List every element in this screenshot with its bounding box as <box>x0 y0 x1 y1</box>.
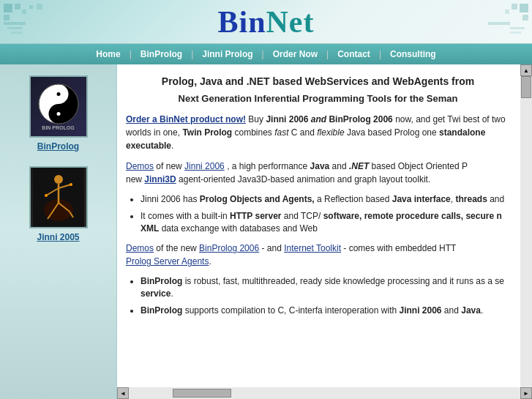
svg-rect-14 <box>510 27 525 29</box>
svg-point-33 <box>70 183 72 186</box>
nav-contact[interactable]: Contact <box>329 49 379 59</box>
header-deco-left <box>4 4 48 44</box>
sidebar-jinni-label: Jinni 2005 <box>37 232 79 242</box>
svg-rect-9 <box>520 4 528 12</box>
main-layout: BIN PROLOG BinProlog <box>0 64 532 399</box>
nav-order[interactable]: Order Now <box>264 49 326 59</box>
jinni-figure-icon <box>33 166 84 228</box>
vertical-scrollbar: ▲ ▼ <box>520 64 532 399</box>
horizontal-scrollbar: ◄ ► <box>117 387 532 399</box>
svg-point-20 <box>56 112 60 116</box>
sidebar-item-binprolog[interactable]: BIN PROLOG BinProlog <box>29 75 88 152</box>
scroll-thumb[interactable] <box>521 76 531 98</box>
binprolog2006-link[interactable]: BinProlog 2006 <box>199 243 259 253</box>
jinni2006-link[interactable]: Jinni 2006 <box>184 161 225 171</box>
page-title: Prolog, Java and .NET based WebServices … <box>126 75 510 87</box>
binprolog-small-label: BIN PROLOG <box>42 125 74 130</box>
demos-link[interactable]: Demos <box>126 161 154 171</box>
svg-rect-7 <box>29 5 33 9</box>
sidebar: BIN PROLOG BinProlog <box>0 64 117 399</box>
scroll-left-button[interactable]: ◄ <box>117 387 129 399</box>
nav-consulting[interactable]: Consulting <box>381 49 445 59</box>
nav-home[interactable]: Home <box>87 49 129 59</box>
jinni-logo-box <box>29 166 88 228</box>
bullet-item-binprolog1: BinProlog is robust, fast, multithreaded… <box>141 275 510 300</box>
sidebar-item-jinni[interactable]: Jinni 2005 <box>29 166 88 242</box>
svg-rect-0 <box>4 4 12 12</box>
svg-rect-15 <box>510 31 521 34</box>
svg-rect-11 <box>522 15 528 20</box>
svg-point-32 <box>45 194 48 197</box>
yin-yang-icon <box>37 83 80 125</box>
content-area: Prolog, Java and .NET based WebServices … <box>117 64 532 399</box>
nav-jinni[interactable]: Jinni Prolog <box>193 49 261 59</box>
logo-bin: Bin <box>217 5 266 39</box>
scroll-track[interactable] <box>520 76 532 387</box>
navbar: Home | BinProlog | Jinni Prolog | Order … <box>0 44 532 64</box>
svg-point-19 <box>56 92 60 96</box>
header: BinNet <box>0 0 532 44</box>
logo-net: Net <box>266 5 315 39</box>
sidebar-binprolog-label: BinProlog <box>37 141 79 152</box>
svg-rect-13 <box>488 22 510 25</box>
svg-rect-4 <box>4 22 26 25</box>
bullet-item: It comes with a built-in HTTP server and… <box>141 210 510 235</box>
header-deco-right <box>484 4 528 44</box>
demos2-paragraph: Demos of the new BinProlog 2006 - and In… <box>126 242 510 268</box>
svg-rect-6 <box>11 31 22 34</box>
demos-paragraph: Demos of new Jinni 2006 , a high perform… <box>126 160 510 186</box>
h-scroll-thumb[interactable] <box>173 389 231 398</box>
content-inner: Prolog, Java and .NET based WebServices … <box>126 75 523 317</box>
svg-rect-5 <box>7 27 22 29</box>
svg-rect-1 <box>15 4 20 10</box>
svg-rect-2 <box>4 15 10 20</box>
bullet-list-2: BinProlog is robust, fast, multithreaded… <box>141 275 510 316</box>
jinni3d-link[interactable]: Jinni3D <box>144 174 176 184</box>
order-paragraph: Order a BinNet product now! Buy Jinni 20… <box>126 113 510 152</box>
demos2-link[interactable]: Demos <box>126 243 154 253</box>
h-scroll-track[interactable] <box>129 387 520 399</box>
page-subtitle: Next Generation Inferential Programming … <box>126 93 510 104</box>
internet-toolkit-link[interactable]: Internet Toolkit <box>284 243 341 253</box>
svg-rect-12 <box>505 10 509 14</box>
order-link[interactable]: Order a BinNet product now! <box>126 114 246 124</box>
svg-point-24 <box>54 175 63 184</box>
binprolog-logo-box: BIN PROLOG <box>29 75 88 138</box>
logo: BinNet <box>217 4 314 40</box>
bullet-list-1: Jinni 2006 has Prolog Objects and Agents… <box>141 193 510 234</box>
nav-binprolog[interactable]: BinProlog <box>132 49 191 59</box>
svg-rect-8 <box>37 4 42 10</box>
scroll-up-button[interactable]: ▲ <box>520 64 532 76</box>
bullet-item-binprolog2: BinProlog supports compilation to C, C-i… <box>141 305 510 317</box>
prolog-server-agents-link[interactable]: Prolog Server Agents <box>126 256 209 266</box>
bullet-item: Jinni 2006 has Prolog Objects and Agents… <box>141 193 510 206</box>
svg-rect-10 <box>512 4 517 10</box>
svg-rect-3 <box>22 10 26 14</box>
scroll-right-button[interactable]: ► <box>520 387 532 399</box>
